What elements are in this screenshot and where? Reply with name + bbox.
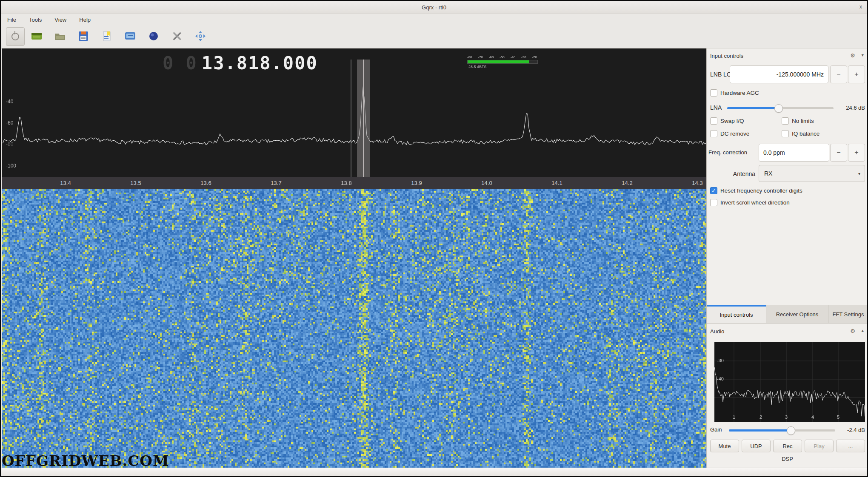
tools-button[interactable] [168,28,186,45]
lna-slider[interactable] [727,107,834,109]
gqrx-window: Gqrx - rtl0 x File Tools View Help [0,0,868,477]
lnb-lo-decrement-button[interactable]: − [830,65,847,83]
right-dock-panel: Input controls ⚙ ▾ LNB LO -125.000000 MH… [706,48,868,468]
audio-spectrum-plot[interactable] [714,342,865,422]
menu-view[interactable]: View [48,17,73,23]
signal-meter: -80 -70 -60 -50 -40 -30 -20 -28.5 dBFS [467,55,537,69]
gain-slider[interactable] [729,429,835,432]
tab-input-controls[interactable]: Input controls [707,305,766,323]
reset-digits-checkbox[interactable]: ✓ [710,187,717,194]
frequency-value: 13.818.000 [202,53,318,74]
dc-remove-checkbox[interactable] [710,130,717,137]
freq-correction-increment-button[interactable]: + [848,144,865,162]
spectrum-panel: 0 013.818.000 -80 -70 -60 -50 -40 -30 -2… [2,48,706,189]
gain-slider-handle[interactable] [787,426,795,435]
tab-fft-settings[interactable]: FFT Settings [828,305,868,323]
lnb-lo-field[interactable]: -125.000000 MHz [730,65,828,83]
iq-balance-label: IQ balance [792,131,819,137]
menu-file[interactable]: File [1,17,23,23]
save-floppy-icon [77,30,89,42]
spectrum-plot[interactable] [2,48,706,177]
menu-tools[interactable]: Tools [23,17,48,23]
audio-freq-tick: 3 [785,415,788,420]
iq-record-button[interactable] [145,28,162,45]
antenna-select[interactable]: RX ▾ [759,165,865,182]
status-strip [1,468,867,477]
freq-tick: 13.6 [200,180,211,186]
play-button[interactable]: Play [805,440,834,452]
filter-edge-marker[interactable] [351,60,351,177]
gain-value: -2.4 dB [836,427,865,433]
lna-slider-handle[interactable] [774,104,783,113]
freq-tick: 13.4 [60,180,71,186]
audio-title: Audio [710,328,724,335]
swap-iq-label: Swap I/Q [720,118,744,124]
db-label: -40 [6,99,13,105]
audio-freq-tick: 2 [760,415,762,420]
signal-meter-scale: -80 -70 -60 -50 -40 -30 -20 [467,55,537,59]
window-title: Gqrx - rtl0 [422,4,446,11]
mute-button[interactable]: Mute [710,440,739,452]
freq-correction-decrement-button[interactable]: − [830,144,847,162]
watermark-text: OFFGRIDWEB.COM [2,452,169,468]
waterfall-panel: OFFGRIDWEB.COM [2,189,706,468]
audio-db-label: -40 [717,376,724,381]
freq-tick: 13.9 [411,180,422,186]
remote-control-button[interactable] [122,28,139,45]
udp-button[interactable]: UDP [742,440,771,452]
monitor-icon [124,30,136,42]
start-dsp-button[interactable] [28,28,45,45]
hardware-agc-label: Hardware AGC [720,90,759,96]
pan-button[interactable] [192,28,209,45]
db-label: -100 [6,163,16,169]
lnb-lo-increment-button[interactable]: + [848,65,865,83]
gain-label: Gain [710,426,722,433]
audio-spectrum-panel: -30 -40 1 2 3 4 5 [714,342,865,422]
open-file-button[interactable] [51,28,69,45]
power-button[interactable] [6,27,25,46]
iq-balance-checkbox[interactable] [782,130,789,137]
hardware-agc-checkbox[interactable] [710,89,717,97]
input-controls-header: Input controls ⚙ ▾ [707,51,868,61]
reset-digits-label: Reset frequency controller digits [720,187,802,194]
rec-button[interactable]: Rec [773,440,802,452]
crossed-tools-icon [171,30,183,42]
open-folder-icon [54,30,66,42]
tuning-marker[interactable] [363,60,364,177]
lna-label: LNA [710,104,722,111]
tab-receiver-options[interactable]: Receiver Options [766,305,828,323]
gear-icon[interactable]: ⚙ [850,52,855,59]
freq-correction-field[interactable]: 0.0 ppm [759,144,829,162]
audio-header: Audio ⚙ ▴ [707,327,868,337]
no-limits-checkbox[interactable] [782,117,789,125]
frequency-display[interactable]: 0 013.818.000 [163,53,318,74]
freq-tick: 14.0 [481,180,492,186]
power-icon [11,33,19,40]
lnb-lo-label: LNB LO [710,71,731,78]
crosshair-move-icon [194,30,206,42]
db-label: -80 [6,141,13,147]
invert-scroll-checkbox[interactable] [710,199,717,206]
signal-meter-value: -28.5 dBFS [467,65,537,69]
lna-slider-fill [727,107,778,109]
dsp-label: DSP [707,456,868,462]
waterfall-display[interactable] [2,189,706,468]
more-options-button[interactable]: ... [836,440,865,452]
audio-freq-tick: 1 [733,415,735,420]
invert-scroll-label: Invert scroll wheel direction [720,199,790,206]
freq-tick: 13.5 [130,180,141,186]
bookmarks-button[interactable] [98,28,115,45]
chevron-up-icon[interactable]: ▴ [861,328,864,333]
signal-meter-fill [468,60,529,63]
chevron-down-icon[interactable]: ▾ [861,52,864,58]
swap-iq-checkbox[interactable] [710,117,717,125]
menu-help[interactable]: Help [73,17,97,23]
no-limits-label: No limits [792,118,814,124]
frequency-axis: 13.4 13.5 13.6 13.7 13.8 13.9 14.0 14.1 … [2,177,706,189]
frequency-leading-zeros: 0 0 [163,53,197,74]
gain-slider-fill [729,429,791,432]
freq-tick: 14.1 [551,180,562,186]
save-button[interactable] [75,28,92,45]
close-icon[interactable]: x [859,4,862,10]
gear-icon[interactable]: ⚙ [850,328,855,334]
